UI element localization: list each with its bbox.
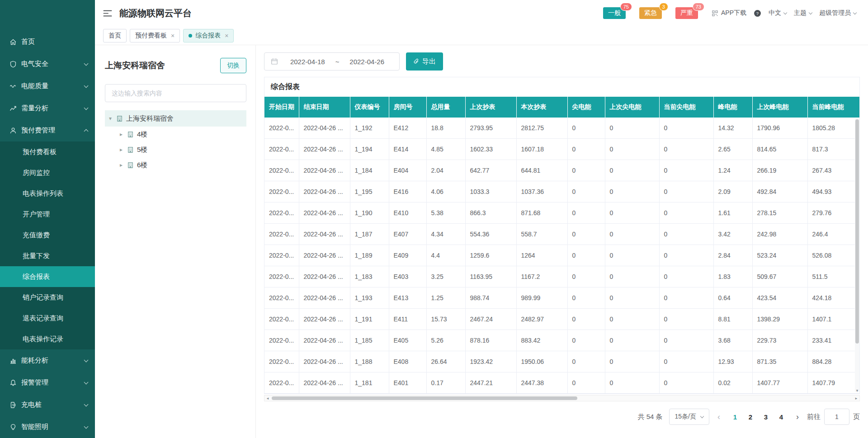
sidebar-item-2[interactable]: 电能质量 (0, 75, 95, 97)
sidebar-item-6[interactable]: 报警管理 (0, 372, 95, 394)
table-cell: 2022-0... (264, 118, 299, 139)
export-button[interactable]: 导出 (406, 52, 443, 71)
table-cell: 0 (659, 351, 713, 372)
tree-node-0[interactable]: ▸4楼 (105, 127, 246, 142)
scroll-down-icon[interactable]: ▾ (855, 388, 859, 393)
tab-prepaid-dashboard[interactable]: 预付费看板 × (130, 29, 180, 42)
table-cell: E404 (389, 160, 426, 181)
table-cell: 2022-0... (264, 245, 299, 266)
sidebar-subitem-8[interactable]: 退表记录查询 (0, 308, 95, 329)
table-cell: 3.25 (426, 266, 465, 287)
close-icon[interactable]: × (171, 33, 175, 39)
sidebar-subitem-3[interactable]: 开户管理 (0, 204, 95, 225)
sidebar-subitem-6[interactable]: 综合报表 (0, 266, 95, 287)
theme-select[interactable]: 主题 (794, 9, 812, 17)
table-cell: 2022-04-26 ... (299, 245, 350, 266)
prev-page-icon[interactable]: ‹ (716, 412, 722, 422)
sidebar-item-4[interactable]: 预付费管理 (0, 119, 95, 141)
sidebar-item-8[interactable]: 智能照明 (0, 416, 95, 438)
table-cell: 0 (605, 309, 659, 330)
alarm-badge-severe[interactable]: 严重 73 (675, 7, 698, 19)
table-cell: 1_183 (350, 266, 389, 287)
table-cell: 0 (659, 139, 713, 160)
sidebar-item-1[interactable]: 电气安全 (0, 53, 95, 75)
sidebar-subitem-7[interactable]: 销户记录查询 (0, 287, 95, 308)
sidebar-item-0[interactable]: 首页 (0, 31, 95, 53)
table-cell: 1950.06 (516, 351, 567, 372)
sidebar-subitem-4[interactable]: 充值缴费 (0, 225, 95, 245)
user-icon (9, 127, 17, 134)
table-cell: 0 (605, 224, 659, 245)
table-cell: 4.06 (426, 181, 465, 203)
table-cell: E407 (389, 224, 426, 245)
tree-search-input[interactable] (105, 84, 246, 102)
sidebar-subitem-1[interactable]: 房间监控 (0, 162, 95, 183)
sidebar-subitem-5[interactable]: 批量下发 (0, 245, 95, 266)
language-select[interactable]: 中文 (769, 9, 787, 17)
alarm-badge-general[interactable]: 一般 75 (603, 7, 626, 19)
table-cell: 0 (659, 181, 713, 203)
close-icon[interactable]: × (225, 33, 228, 39)
tab-label: 综合报表 (195, 32, 221, 40)
goto-page-input[interactable] (824, 409, 849, 425)
table-row: 2022-0...2022-04-26 ...1_183E4033.251163… (264, 266, 859, 287)
page-size-select[interactable]: 15条/页 (669, 409, 709, 425)
sidebar-item-5[interactable]: 能耗分析 (0, 349, 95, 372)
table-row: 2022-0...2022-04-26 ...1_189E4094.41259.… (264, 245, 859, 266)
bar-chart-icon (9, 357, 17, 364)
table-row: 2022-0...2022-04-26 ...1_195E4164.061033… (264, 181, 859, 203)
table-cell: 267.43 (807, 160, 859, 181)
caret-right-icon: ▸ (118, 162, 124, 168)
sidebar-subitem-0[interactable]: 预付费看板 (0, 141, 95, 162)
app-download-link[interactable]: APP下载 (712, 9, 746, 17)
tree-root-node[interactable]: ▾ 上海安科瑞宿舍 (105, 110, 246, 127)
tab-comprehensive-report[interactable]: 综合报表 × (183, 29, 234, 42)
horizontal-scrollbar[interactable]: ◂ ▸ (264, 395, 860, 401)
building-tree: ▾ 上海安科瑞宿舍 ▸4楼▸5楼▸6楼 (105, 110, 246, 173)
sidebar-menu: 首页电气安全电能质量需量分析预付费管理预付费看板房间监控电表操作列表开户管理充值… (0, 31, 95, 438)
sidebar-subitem-9[interactable]: 电表操作记录 (0, 329, 95, 349)
table-cell: 1.83 (713, 266, 752, 287)
table-cell: 1_192 (350, 118, 389, 139)
sidebar-subitem-2[interactable]: 电表操作列表 (0, 183, 95, 204)
table-cell: 2447.38 (516, 372, 567, 394)
switch-building-button[interactable]: 切换 (220, 58, 246, 73)
table-cell: 2022-04-26 ... (299, 351, 350, 372)
table-cell: 494.93 (807, 181, 859, 203)
menu-collapse-icon[interactable] (103, 10, 112, 17)
alarm-badge-urgent[interactable]: 紧急 3 (639, 7, 662, 19)
table-cell: 2022-0... (264, 203, 299, 224)
page-2[interactable]: 2 (744, 411, 757, 423)
table-row: 2022-0...2022-04-26 ...1_194E4144.851602… (264, 139, 859, 160)
table-cell: 0 (605, 330, 659, 351)
vertical-scrollbar-thumb[interactable] (855, 119, 859, 344)
page-1[interactable]: 1 (728, 411, 742, 423)
tab-home[interactable]: 首页 (103, 29, 127, 42)
next-page-icon[interactable]: › (794, 412, 801, 422)
sidebar-item-7[interactable]: 充电桩 (0, 394, 95, 416)
user-menu[interactable]: 超级管理员 (819, 9, 856, 17)
page-4[interactable]: 4 (774, 411, 788, 423)
column-header-2: 仪表编号 (350, 97, 389, 118)
column-header-4: 总用量 (426, 97, 465, 118)
date-start: 2022-04-18 (282, 58, 334, 66)
tree-node-1[interactable]: ▸5楼 (105, 142, 246, 157)
page-3[interactable]: 3 (759, 411, 773, 423)
horizontal-scrollbar-thumb[interactable] (272, 396, 577, 400)
scroll-left-icon[interactable]: ◂ (264, 396, 271, 401)
date-range-picker[interactable]: 2022-04-18 ~ 2022-04-26 (264, 52, 400, 71)
sidebar-item-3[interactable]: 需量分析 (0, 97, 95, 119)
table-cell: 526.08 (807, 245, 859, 266)
table-cell: 0 (605, 203, 659, 224)
main-column: 能源物联网云平台 一般 75 紧急 3 严重 73 (95, 0, 868, 438)
table-cell: 15.73 (426, 309, 465, 330)
scroll-right-icon[interactable]: ▸ (853, 396, 859, 401)
table-cell: 0 (567, 245, 605, 266)
table-cell: 1259.6 (465, 245, 516, 266)
tree-node-2[interactable]: ▸6楼 (105, 157, 246, 173)
table-cell: 523.24 (752, 245, 807, 266)
vertical-scrollbar[interactable]: ▾ (855, 118, 859, 392)
help-icon[interactable]: ? (754, 9, 761, 17)
table-cell: 0 (659, 372, 713, 394)
table-cell: 2022-0... (264, 287, 299, 309)
